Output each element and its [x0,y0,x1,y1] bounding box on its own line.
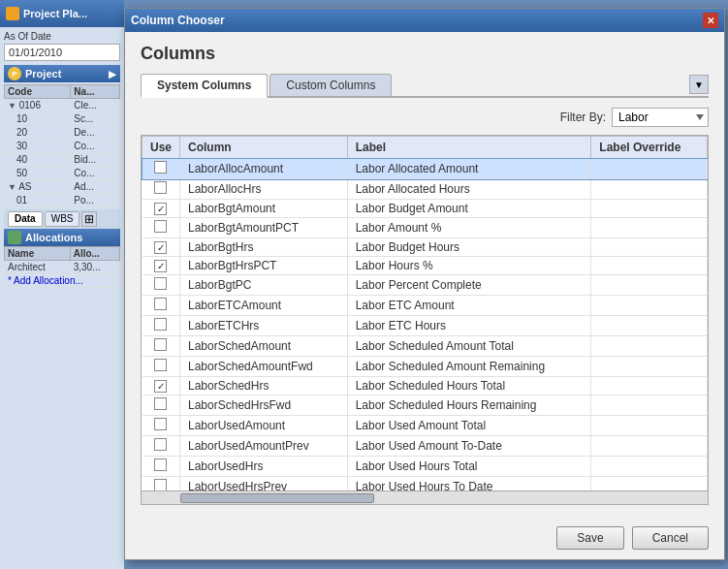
column-name: LaborBgtHrs [180,238,348,257]
table-row[interactable]: LaborSchedHrsLabor Scheduled Hours Total [142,377,708,395]
tree-row[interactable]: 01 Po... [5,194,120,207]
table-row[interactable]: LaborSchedAmountFwdLabor Scheduled Amoun… [142,357,708,377]
use-checkbox[interactable] [154,359,167,371]
tree-row[interactable]: 10 Sc... [5,112,120,126]
modal-close-button[interactable]: ✕ [703,13,718,28]
column-label: Labor Amount % [347,218,591,238]
date-field[interactable]: 01/01/2010 [4,44,120,61]
use-checkbox[interactable] [154,203,167,215]
table-row[interactable]: LaborBgtPCLabor Percent Complete [142,275,708,296]
label-override[interactable] [591,275,708,296]
modal-body: Columns System Columns Custom Columns ▼ … [125,32,724,517]
label-override[interactable] [591,336,708,357]
alloc-label: Allocations [25,232,82,243]
tree-row[interactable]: 50 Co... [5,167,120,180]
label-override[interactable] [591,238,708,257]
table-row[interactable]: LaborAllocAmountLabor Allocated Amount [142,159,708,179]
save-button[interactable]: Save [556,526,623,550]
app-titlebar: Project Pla... [0,0,124,27]
label-override[interactable] [591,159,708,179]
column-label: Labor Budget Hours [347,238,591,257]
column-name: LaborSchedAmountFwd [180,357,348,377]
table-row[interactable]: LaborUsedAmountPrevLabor Used Amount To-… [142,436,708,457]
column-label: Labor Allocated Amount [347,159,591,179]
tree-row[interactable]: 40 Bid... [5,153,120,167]
alloc-row[interactable]: Architect 3,30... [5,261,120,274]
add-alloc-label[interactable]: * Add Allocation... [5,274,120,288]
label-override[interactable] [591,218,708,238]
project-header: P Project ▶ [4,65,120,82]
label-override[interactable] [591,357,708,377]
column-name: LaborSchedHrsFwd [180,395,348,416]
table-row[interactable]: LaborETCHrsLabor ETC Hours [142,316,708,336]
table-row[interactable]: LaborAllocHrsLabor Allocated Hours [142,179,708,200]
add-allocation-row[interactable]: * Add Allocation... [5,274,120,288]
use-checkbox[interactable] [154,479,167,491]
cancel-button[interactable]: Cancel [632,526,709,550]
use-checkbox[interactable] [154,380,167,393]
tab-system-columns[interactable]: System Columns [141,74,268,98]
use-checkbox[interactable] [154,397,167,410]
use-checkbox[interactable] [154,418,167,430]
use-checkbox[interactable] [154,438,167,451]
table-row[interactable]: LaborETCAmountLabor ETC Amount [142,296,708,316]
tab-wbs[interactable]: WBS [45,211,80,227]
tree-row[interactable]: ▼ 0106 Cle... [5,99,120,112]
tab-data[interactable]: Data [8,211,43,227]
filter-label: Filter By: [560,111,606,124]
use-checkbox[interactable] [154,181,167,194]
label-override[interactable] [591,477,708,492]
use-checkbox[interactable] [154,220,167,233]
table-row[interactable]: LaborUsedHrsLabor Used Hours Total [142,457,708,477]
tabs-dropdown-icon[interactable]: ▼ [689,75,709,94]
use-checkbox[interactable] [154,318,167,331]
label-override[interactable] [591,416,708,436]
table-row[interactable]: LaborBgtHrsPCTLabor Hours % [142,257,708,275]
table-row[interactable]: LaborUsedHrsPrevLabor Used Hours To Date [142,477,708,492]
scrollbar-thumb[interactable] [180,493,374,503]
use-checkbox[interactable] [154,338,167,351]
label-override[interactable] [591,257,708,275]
col-header-override: Label Override [591,137,708,159]
label-override[interactable] [591,296,708,316]
column-chooser-dialog: Column Chooser ✕ Columns System Columns … [124,8,725,560]
table-row[interactable]: LaborSchedAmountLabor Scheduled Amount T… [142,336,708,357]
table-row[interactable]: LaborBgtAmountPCTLabor Amount % [142,218,708,238]
label-override[interactable] [591,316,708,336]
table-row[interactable]: LaborBgtHrsLabor Budget Hours [142,238,708,257]
table-row[interactable]: LaborUsedAmountLabor Used Amount Total [142,416,708,436]
use-checkbox[interactable] [154,458,167,471]
tab-custom-columns[interactable]: Custom Columns [269,74,392,96]
label-override[interactable] [591,395,708,416]
label-override[interactable] [591,436,708,457]
horizontal-scrollbar[interactable] [141,491,709,505]
use-checkbox[interactable] [154,161,167,174]
column-name: LaborUsedAmount [180,416,348,436]
modal-title: Column Chooser [131,14,225,27]
modal-heading: Columns [141,44,709,64]
table-row[interactable]: LaborBgtAmountLabor Budget Amount [142,200,708,218]
use-checkbox[interactable] [154,277,167,290]
label-override[interactable] [591,457,708,477]
use-checkbox[interactable] [154,298,167,310]
project-tree: Code Na... ▼ 0106 Cle... 10 Sc... 20 De.… [4,84,120,207]
use-checkbox[interactable] [154,260,167,272]
table-row[interactable]: LaborSchedHrsFwdLabor Scheduled Hours Re… [142,395,708,416]
column-name: LaborUsedHrsPrev [180,477,348,492]
column-name: LaborBgtAmountPCT [180,218,348,238]
column-name: LaborBgtPC [180,275,348,296]
use-checkbox[interactable] [154,241,167,254]
col-header-use: Use [142,137,180,159]
label-override[interactable] [591,377,708,395]
tree-row[interactable]: ▼ AS Ad... [5,180,120,194]
tree-row[interactable]: 20 De... [5,126,120,140]
alloc-col-name: Name [5,247,71,261]
tree-col-code: Code [5,85,71,99]
label-override[interactable] [591,179,708,200]
columns-table-container[interactable]: Use Column Label Label Override LaborAll… [141,135,709,491]
label-override[interactable] [591,200,708,218]
column-label: Labor Scheduled Hours Total [347,377,591,395]
filter-select[interactable]: Labor All Equipment Material [612,108,709,127]
copy-icon[interactable]: ⊞ [81,211,97,227]
tree-row[interactable]: 30 Co... [5,140,120,153]
